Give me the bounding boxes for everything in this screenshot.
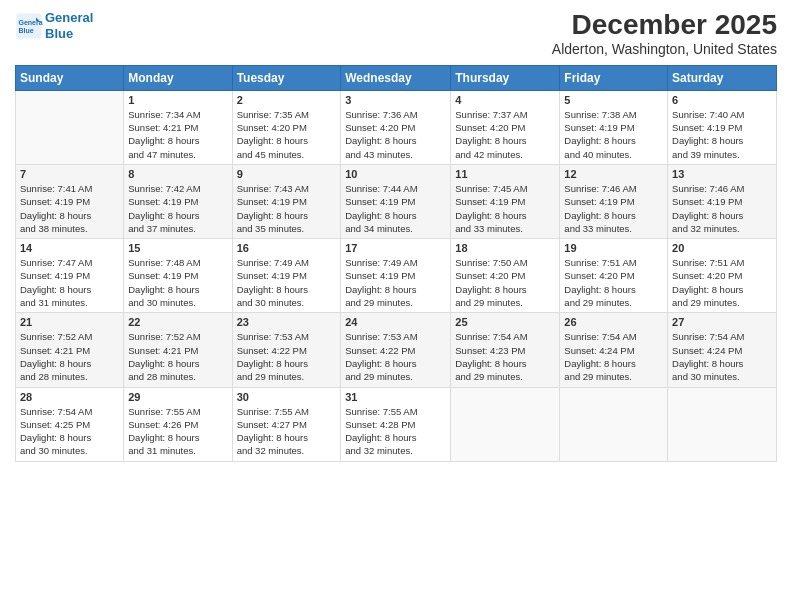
day-info: Sunrise: 7:48 AMSunset: 4:19 PMDaylight:… — [128, 256, 227, 309]
day-info: Sunrise: 7:55 AMSunset: 4:28 PMDaylight:… — [345, 405, 446, 458]
logo: General Blue General Blue — [15, 10, 93, 41]
calendar-cell-w2-d3: 9Sunrise: 7:43 AMSunset: 4:19 PMDaylight… — [232, 164, 341, 238]
day-info: Sunrise: 7:42 AMSunset: 4:19 PMDaylight:… — [128, 182, 227, 235]
col-thursday: Thursday — [451, 65, 560, 90]
calendar-cell-w1-d1 — [16, 90, 124, 164]
calendar-cell-w3-d6: 19Sunrise: 7:51 AMSunset: 4:20 PMDayligh… — [560, 239, 668, 313]
calendar-week-5: 28Sunrise: 7:54 AMSunset: 4:25 PMDayligh… — [16, 387, 777, 461]
day-info: Sunrise: 7:35 AMSunset: 4:20 PMDaylight:… — [237, 108, 337, 161]
col-monday: Monday — [124, 65, 232, 90]
day-number: 16 — [237, 242, 337, 254]
day-info: Sunrise: 7:34 AMSunset: 4:21 PMDaylight:… — [128, 108, 227, 161]
day-info: Sunrise: 7:38 AMSunset: 4:19 PMDaylight:… — [564, 108, 663, 161]
calendar-cell-w1-d3: 2Sunrise: 7:35 AMSunset: 4:20 PMDaylight… — [232, 90, 341, 164]
day-number: 12 — [564, 168, 663, 180]
calendar-subtitle: Alderton, Washington, United States — [552, 41, 777, 57]
calendar-cell-w1-d5: 4Sunrise: 7:37 AMSunset: 4:20 PMDaylight… — [451, 90, 560, 164]
calendar-cell-w3-d4: 17Sunrise: 7:49 AMSunset: 4:19 PMDayligh… — [341, 239, 451, 313]
day-number: 23 — [237, 316, 337, 328]
logo-line1: General — [45, 10, 93, 25]
day-info: Sunrise: 7:52 AMSunset: 4:21 PMDaylight:… — [128, 330, 227, 383]
day-number: 19 — [564, 242, 663, 254]
day-number: 8 — [128, 168, 227, 180]
col-friday: Friday — [560, 65, 668, 90]
day-number: 18 — [455, 242, 555, 254]
calendar-cell-w2-d1: 7Sunrise: 7:41 AMSunset: 4:19 PMDaylight… — [16, 164, 124, 238]
day-number: 24 — [345, 316, 446, 328]
calendar-week-2: 7Sunrise: 7:41 AMSunset: 4:19 PMDaylight… — [16, 164, 777, 238]
day-info: Sunrise: 7:55 AMSunset: 4:27 PMDaylight:… — [237, 405, 337, 458]
day-number: 13 — [672, 168, 772, 180]
day-number: 4 — [455, 94, 555, 106]
calendar-week-1: 1Sunrise: 7:34 AMSunset: 4:21 PMDaylight… — [16, 90, 777, 164]
calendar-title: December 2025 — [552, 10, 777, 41]
calendar-cell-w2-d4: 10Sunrise: 7:44 AMSunset: 4:19 PMDayligh… — [341, 164, 451, 238]
day-number: 20 — [672, 242, 772, 254]
day-number: 3 — [345, 94, 446, 106]
day-info: Sunrise: 7:36 AMSunset: 4:20 PMDaylight:… — [345, 108, 446, 161]
calendar-cell-w1-d7: 6Sunrise: 7:40 AMSunset: 4:19 PMDaylight… — [668, 90, 777, 164]
logo-icon: General Blue — [15, 12, 43, 40]
calendar-cell-w3-d1: 14Sunrise: 7:47 AMSunset: 4:19 PMDayligh… — [16, 239, 124, 313]
calendar-cell-w4-d6: 26Sunrise: 7:54 AMSunset: 4:24 PMDayligh… — [560, 313, 668, 387]
calendar-cell-w2-d2: 8Sunrise: 7:42 AMSunset: 4:19 PMDaylight… — [124, 164, 232, 238]
day-info: Sunrise: 7:49 AMSunset: 4:19 PMDaylight:… — [345, 256, 446, 309]
calendar-cell-w5-d5 — [451, 387, 560, 461]
day-info: Sunrise: 7:54 AMSunset: 4:24 PMDaylight:… — [672, 330, 772, 383]
day-info: Sunrise: 7:44 AMSunset: 4:19 PMDaylight:… — [345, 182, 446, 235]
calendar-cell-w4-d4: 24Sunrise: 7:53 AMSunset: 4:22 PMDayligh… — [341, 313, 451, 387]
day-info: Sunrise: 7:40 AMSunset: 4:19 PMDaylight:… — [672, 108, 772, 161]
day-info: Sunrise: 7:37 AMSunset: 4:20 PMDaylight:… — [455, 108, 555, 161]
day-info: Sunrise: 7:47 AMSunset: 4:19 PMDaylight:… — [20, 256, 119, 309]
calendar-cell-w4-d2: 22Sunrise: 7:52 AMSunset: 4:21 PMDayligh… — [124, 313, 232, 387]
calendar-cell-w1-d2: 1Sunrise: 7:34 AMSunset: 4:21 PMDaylight… — [124, 90, 232, 164]
day-number: 30 — [237, 391, 337, 403]
day-number: 17 — [345, 242, 446, 254]
day-number: 29 — [128, 391, 227, 403]
col-tuesday: Tuesday — [232, 65, 341, 90]
day-number: 21 — [20, 316, 119, 328]
day-info: Sunrise: 7:51 AMSunset: 4:20 PMDaylight:… — [672, 256, 772, 309]
day-number: 7 — [20, 168, 119, 180]
day-number: 26 — [564, 316, 663, 328]
day-info: Sunrise: 7:52 AMSunset: 4:21 PMDaylight:… — [20, 330, 119, 383]
logo-text: General Blue — [45, 10, 93, 41]
day-number: 2 — [237, 94, 337, 106]
day-number: 6 — [672, 94, 772, 106]
logo-line2: Blue — [45, 26, 73, 41]
day-info: Sunrise: 7:55 AMSunset: 4:26 PMDaylight:… — [128, 405, 227, 458]
calendar-cell-w5-d1: 28Sunrise: 7:54 AMSunset: 4:25 PMDayligh… — [16, 387, 124, 461]
calendar-cell-w3-d5: 18Sunrise: 7:50 AMSunset: 4:20 PMDayligh… — [451, 239, 560, 313]
day-number: 25 — [455, 316, 555, 328]
day-info: Sunrise: 7:50 AMSunset: 4:20 PMDaylight:… — [455, 256, 555, 309]
title-section: December 2025 Alderton, Washington, Unit… — [552, 10, 777, 57]
day-info: Sunrise: 7:54 AMSunset: 4:23 PMDaylight:… — [455, 330, 555, 383]
day-info: Sunrise: 7:43 AMSunset: 4:19 PMDaylight:… — [237, 182, 337, 235]
calendar-cell-w5-d3: 30Sunrise: 7:55 AMSunset: 4:27 PMDayligh… — [232, 387, 341, 461]
day-number: 22 — [128, 316, 227, 328]
day-number: 28 — [20, 391, 119, 403]
page: General Blue General Blue December 2025 … — [0, 0, 792, 477]
calendar-cell-w5-d4: 31Sunrise: 7:55 AMSunset: 4:28 PMDayligh… — [341, 387, 451, 461]
calendar-cell-w4-d3: 23Sunrise: 7:53 AMSunset: 4:22 PMDayligh… — [232, 313, 341, 387]
calendar-cell-w2-d6: 12Sunrise: 7:46 AMSunset: 4:19 PMDayligh… — [560, 164, 668, 238]
calendar-table: Sunday Monday Tuesday Wednesday Thursday… — [15, 65, 777, 462]
day-number: 27 — [672, 316, 772, 328]
svg-text:General: General — [19, 18, 44, 25]
day-number: 11 — [455, 168, 555, 180]
calendar-week-3: 14Sunrise: 7:47 AMSunset: 4:19 PMDayligh… — [16, 239, 777, 313]
day-number: 14 — [20, 242, 119, 254]
calendar-cell-w1-d4: 3Sunrise: 7:36 AMSunset: 4:20 PMDaylight… — [341, 90, 451, 164]
col-saturday: Saturday — [668, 65, 777, 90]
calendar-cell-w4-d5: 25Sunrise: 7:54 AMSunset: 4:23 PMDayligh… — [451, 313, 560, 387]
calendar-cell-w3-d7: 20Sunrise: 7:51 AMSunset: 4:20 PMDayligh… — [668, 239, 777, 313]
col-sunday: Sunday — [16, 65, 124, 90]
day-info: Sunrise: 7:41 AMSunset: 4:19 PMDaylight:… — [20, 182, 119, 235]
day-info: Sunrise: 7:46 AMSunset: 4:19 PMDaylight:… — [672, 182, 772, 235]
header: General Blue General Blue December 2025 … — [15, 10, 777, 57]
day-info: Sunrise: 7:54 AMSunset: 4:24 PMDaylight:… — [564, 330, 663, 383]
day-info: Sunrise: 7:53 AMSunset: 4:22 PMDaylight:… — [237, 330, 337, 383]
calendar-cell-w3-d2: 15Sunrise: 7:48 AMSunset: 4:19 PMDayligh… — [124, 239, 232, 313]
calendar-cell-w1-d6: 5Sunrise: 7:38 AMSunset: 4:19 PMDaylight… — [560, 90, 668, 164]
col-wednesday: Wednesday — [341, 65, 451, 90]
